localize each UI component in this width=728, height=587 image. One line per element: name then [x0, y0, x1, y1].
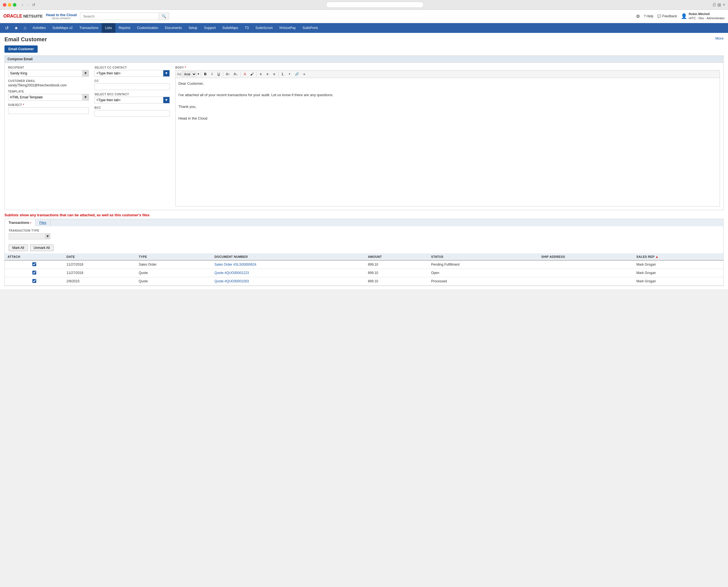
- page-header: Email Customer More: [4, 36, 724, 43]
- attach-checkbox[interactable]: [32, 262, 36, 266]
- tab-files[interactable]: Files: [36, 219, 50, 226]
- rte-align-right-button[interactable]: ≡: [271, 71, 277, 77]
- traffic-lights: [3, 3, 17, 7]
- rte-increase-font-button[interactable]: A↑: [225, 71, 232, 77]
- rte-decrease-font-button[interactable]: A↓: [232, 71, 239, 77]
- rte-body[interactable]: Dear Customer, I've attached all of your…: [175, 78, 720, 206]
- nav-support[interactable]: Support: [201, 23, 219, 33]
- search-input[interactable]: [80, 13, 159, 20]
- col-amount: AMOUNT: [365, 253, 428, 260]
- document-link[interactable]: Sales Order #SLS00000624: [215, 263, 256, 266]
- rte-highlight-button[interactable]: 🖌: [249, 71, 255, 77]
- nav-activities[interactable]: Activities: [29, 23, 49, 33]
- netsuite-logo-text: NETSUITE: [23, 14, 43, 18]
- rte-font-color-button[interactable]: A: [242, 71, 248, 77]
- rte-align-center-button[interactable]: ≡: [264, 71, 271, 77]
- nav-suitescrum[interactable]: SuiteScrum: [252, 23, 276, 33]
- new-tab-icon[interactable]: +: [723, 2, 725, 7]
- rte-divider-3: [240, 72, 241, 77]
- forward-button[interactable]: ›: [26, 2, 30, 7]
- rte-link-button[interactable]: 🔗: [293, 71, 301, 77]
- cc-contact-select[interactable]: <Type then tab>: [94, 70, 170, 77]
- minimize-button[interactable]: [8, 3, 11, 7]
- tab-bullet: •: [30, 221, 31, 225]
- rte-divider-1: [201, 72, 201, 77]
- document-link[interactable]: Quote #QUO00001223: [215, 271, 249, 275]
- help-link[interactable]: ? Help: [644, 14, 654, 18]
- subject-required: *: [23, 103, 24, 107]
- nav-suiteports[interactable]: SuitePorts: [299, 23, 321, 33]
- subject-input[interactable]: Customer Appreciation Invitation: [8, 107, 89, 114]
- close-button[interactable]: [3, 3, 6, 7]
- brand-sub: DEVELOPMENT: [52, 17, 71, 20]
- nav-lists[interactable]: Lists: [102, 23, 115, 33]
- house-icon[interactable]: ⌂: [21, 23, 29, 33]
- url-input[interactable]: system.netsuite.com: [326, 2, 424, 8]
- rte-align-left-button[interactable]: ≡: [258, 71, 264, 77]
- nav-t3[interactable]: T3: [242, 23, 252, 33]
- nav-transactions[interactable]: Transactions: [76, 23, 102, 33]
- nav-nvoicepay[interactable]: NVoicePay: [276, 23, 299, 33]
- rte-container: Aa Arial ▼ B I U A↑ A↓ A: [175, 70, 720, 207]
- tabs-bar: Transactions • Files: [4, 219, 724, 226]
- recipient-select[interactable]: Sandy King: [8, 70, 89, 77]
- rte-ordered-list-button[interactable]: 1.: [280, 71, 286, 77]
- user-name: Robin Mitchell: [689, 12, 725, 16]
- share-icon[interactable]: ⎙: [713, 2, 716, 7]
- maximize-button[interactable]: [13, 3, 17, 7]
- browser-nav: ‹ › ↺: [20, 2, 37, 7]
- sidebar-icon[interactable]: ⊞: [718, 2, 721, 7]
- tab-transactions[interactable]: Transactions •: [5, 219, 36, 226]
- reload-button[interactable]: ↺: [31, 2, 37, 7]
- netsuite-topbar: ORACLE NETSUITE Head in the Cloud DEVELO…: [0, 10, 728, 23]
- nav-documents[interactable]: Documents: [162, 23, 185, 33]
- compose-middle-col: SELECT CC CONTACT <Type then tab> ▼ CC S…: [94, 66, 170, 207]
- nav-customization[interactable]: Customization: [134, 23, 162, 33]
- rte-italic-button[interactable]: I: [209, 71, 215, 77]
- cc-contact-select-wrapper: <Type then tab> ▼: [94, 70, 170, 77]
- unmark-all-button[interactable]: Unmark All: [30, 244, 53, 251]
- select-bcc-label: SELECT BCC CONTACT: [94, 93, 170, 96]
- attach-checkbox[interactable]: [32, 271, 36, 275]
- search-button[interactable]: 🔍: [159, 13, 169, 20]
- select-cc-group: SELECT CC CONTACT <Type then tab> ▼: [94, 66, 170, 77]
- user-role: HITC - Dev - Administrator: [689, 16, 725, 20]
- bcc-contact-select[interactable]: <Type then tab>: [94, 97, 170, 103]
- home-icon[interactable]: ↺: [2, 23, 11, 33]
- rte-divider-4: [256, 72, 257, 77]
- mark-all-button[interactable]: Mark All: [9, 244, 28, 251]
- more-link[interactable]: More: [715, 36, 724, 41]
- document-link[interactable]: Quote #QUO00001003: [215, 279, 249, 283]
- feedback-link[interactable]: 💬 Feedback: [657, 14, 677, 18]
- nav-reports[interactable]: Reports: [115, 23, 134, 33]
- rte-underline-button[interactable]: U: [216, 71, 222, 77]
- rte-more-button[interactable]: »: [301, 71, 307, 77]
- template-select-wrapper: HTML Email Template ▼: [8, 94, 89, 101]
- cc-input[interactable]: [94, 83, 170, 90]
- bcc-input[interactable]: [94, 110, 170, 117]
- rte-font-select[interactable]: Arial: [182, 72, 196, 77]
- compose-email-header: Compose Email: [5, 56, 723, 63]
- rte-unordered-list-button[interactable]: •: [286, 71, 292, 77]
- nav-setup[interactable]: Setup: [185, 23, 201, 33]
- navbar: ↺ ★ ⌂ Activities SuiteMaps v2 Transactio…: [0, 23, 728, 33]
- nav-suitemaps2[interactable]: SuiteMaps v2: [49, 23, 76, 33]
- attach-checkbox[interactable]: [32, 279, 36, 283]
- star-icon[interactable]: ★: [11, 23, 21, 33]
- rte-bold-button[interactable]: B: [202, 71, 209, 77]
- status-cell: Open: [428, 269, 538, 277]
- body-required: *: [185, 66, 186, 69]
- help-icon: ?: [644, 14, 646, 18]
- col-sales-rep[interactable]: SALES REP ▲: [634, 253, 723, 260]
- rte-divider-2: [223, 72, 223, 77]
- quickadd-icon[interactable]: ⚙: [636, 14, 640, 19]
- recipient-select-wrapper: Sandy King ▼: [8, 70, 89, 77]
- date-cell: 11/27/2018: [64, 269, 136, 277]
- transaction-type-select[interactable]: [9, 233, 50, 239]
- template-select[interactable]: HTML Email Template: [8, 94, 89, 101]
- nav-suitemaps[interactable]: SuiteMaps: [219, 23, 242, 33]
- back-button[interactable]: ‹: [20, 2, 25, 7]
- user-menu[interactable]: 👤 Robin Mitchell HITC - Dev - Administra…: [681, 12, 725, 21]
- date-cell: 11/27/2018: [64, 260, 136, 269]
- email-customer-button[interactable]: Email Customer: [4, 45, 38, 53]
